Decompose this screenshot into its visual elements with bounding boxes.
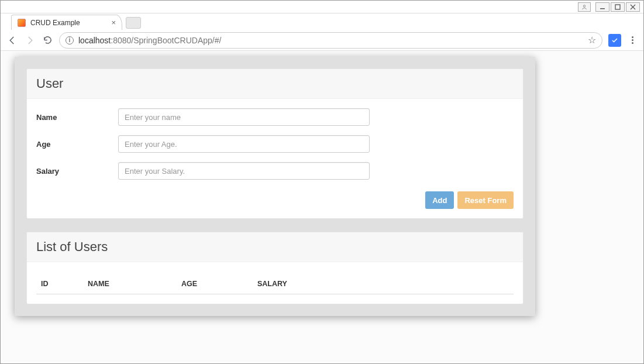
form-row-age: Age [36,135,514,153]
user-form-heading: User [27,69,523,99]
window-minimize-button[interactable] [595,2,609,12]
col-salary: SALARY [253,274,514,294]
reload-icon [43,35,53,45]
col-age: AGE [177,274,253,294]
user-list-panel: List of Users ID NAME AGE SALARY [26,232,524,304]
tab-strip: CRUD Example × [1,13,643,30]
new-tab-button[interactable] [126,17,141,29]
tab-title: CRUD Example [30,19,80,27]
browser-menu-button[interactable] [627,36,638,44]
user-list-title: List of Users [36,239,514,255]
app-container: User Name Age Salary Add Reset Form [15,57,535,316]
form-row-name: Name [36,108,514,126]
age-label: Age [36,140,118,149]
form-actions: Add Reset Form [36,189,514,209]
salary-label: Salary [36,167,118,176]
age-input[interactable] [118,135,370,153]
arrow-left-icon [7,35,18,46]
user-form-body: Name Age Salary Add Reset Form [27,99,523,218]
add-button[interactable]: Add [425,191,454,209]
svg-rect-2 [615,5,620,9]
extension-button[interactable] [608,34,621,47]
back-button[interactable] [6,35,18,46]
reload-button[interactable] [42,35,53,46]
svg-point-0 [583,5,585,6]
favicon-icon [18,19,26,27]
minimize-icon [600,4,605,10]
maximize-icon [615,4,621,10]
svg-rect-1 [600,8,605,9]
window-titlebar [1,1,643,13]
table-header-row: ID NAME AGE SALARY [36,274,514,294]
site-info-icon[interactable]: i [66,36,74,44]
forward-button [24,35,36,46]
col-name: NAME [83,274,177,294]
name-label: Name [36,113,118,122]
window-maximize-button[interactable] [611,2,625,12]
arrow-right-icon [25,35,35,46]
window-user-button[interactable] [578,2,591,12]
user-list-body: ID NAME AGE SALARY [27,262,523,304]
name-input[interactable] [118,108,370,126]
window-close-button[interactable] [626,2,640,12]
tab-close-button[interactable]: × [111,18,116,27]
address-bar[interactable]: i localhost:8080/SpringBootCRUDApp/#/ ☆ [59,32,602,49]
users-table: ID NAME AGE SALARY [36,274,514,294]
toolbar: i localhost:8080/SpringBootCRUDApp/#/ ☆ [1,30,643,51]
salary-input[interactable] [118,162,370,180]
user-list-heading: List of Users [27,232,523,262]
url-path: :8080/SpringBootCRUDApp/#/ [111,36,221,45]
url-text: localhost:8080/SpringBootCRUDApp/#/ [78,36,583,45]
user-form-panel: User Name Age Salary Add Reset Form [26,68,524,219]
check-icon [611,37,618,44]
col-id: ID [36,274,83,294]
close-icon [630,4,636,10]
form-row-salary: Salary [36,162,514,180]
browser-tab-active[interactable]: CRUD Example × [11,15,122,30]
bookmark-button[interactable]: ☆ [588,35,596,46]
url-host: localhost [78,36,111,45]
user-form-title: User [36,76,514,91]
user-icon [581,4,587,10]
page-viewport: User Name Age Salary Add Reset Form [1,51,643,363]
reset-form-button[interactable]: Reset Form [457,191,514,209]
